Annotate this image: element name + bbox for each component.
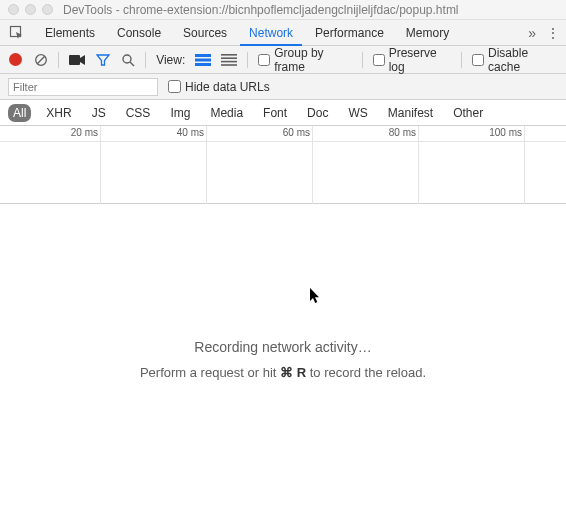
more-tabs-icon[interactable]: » [528,25,536,41]
search-icon[interactable] [120,52,135,68]
separator [247,52,248,68]
filter-type-ws[interactable]: WS [343,104,372,122]
camera-icon[interactable] [69,52,85,68]
tick-label: 60 ms [283,127,310,138]
kebab-menu-icon[interactable]: ⋮ [546,25,560,41]
svg-rect-9 [221,54,237,56]
group-by-frame-checkbox[interactable]: Group by frame [258,46,352,74]
inspect-icon[interactable] [0,20,34,45]
filter-type-xhr[interactable]: XHR [41,104,76,122]
traffic-close[interactable] [8,4,19,15]
traffic-zoom[interactable] [42,4,53,15]
svg-line-2 [37,56,44,63]
svg-rect-10 [221,57,237,59]
hint-prefix: Perform a request or hit [140,365,280,380]
separator [58,52,59,68]
timeline[interactable]: 20 ms 40 ms 60 ms 80 ms 100 ms [0,126,566,204]
disable-cache-label: Disable cache [488,46,558,74]
traffic-minimize[interactable] [25,4,36,15]
disable-cache-checkbox[interactable]: Disable cache [472,46,558,74]
tab-sources[interactable]: Sources [172,20,238,45]
tab-performance[interactable]: Performance [304,20,395,45]
svg-rect-11 [221,60,237,62]
recording-text: Recording network activity… [194,339,371,355]
view-large-icon[interactable] [195,52,211,68]
filter-type-img[interactable]: Img [165,104,195,122]
type-filter-bar: All XHR JS CSS Img Media Font Doc WS Man… [0,100,566,126]
tick-label: 100 ms [489,127,522,138]
clear-icon[interactable] [33,52,48,68]
tab-network[interactable]: Network [238,20,304,45]
svg-rect-8 [195,63,211,66]
tab-elements[interactable]: Elements [34,20,106,45]
tab-memory[interactable]: Memory [395,20,460,45]
filter-type-css[interactable]: CSS [121,104,156,122]
network-content: Recording network activity… Perform a re… [0,204,566,514]
hint-suffix: to record the reload. [306,365,426,380]
view-label: View: [156,53,185,67]
record-button[interactable] [8,52,23,68]
separator [362,52,363,68]
hide-data-urls-label: Hide data URLs [185,80,270,94]
filter-type-font[interactable]: Font [258,104,292,122]
filter-type-doc[interactable]: Doc [302,104,333,122]
filter-type-js[interactable]: JS [87,104,111,122]
window-titlebar: DevTools - chrome-extension://bicnhpofle… [0,0,566,20]
tick-label: 80 ms [389,127,416,138]
group-by-frame-label: Group by frame [274,46,352,74]
svg-rect-7 [195,58,211,61]
svg-point-4 [123,55,131,63]
filter-icon[interactable] [95,52,110,68]
preserve-log-checkbox[interactable]: Preserve log [373,46,451,74]
hint-text: Perform a request or hit ⌘ R to record t… [140,365,426,380]
filter-type-all[interactable]: All [8,104,31,122]
svg-rect-6 [195,54,211,57]
preserve-log-label: Preserve log [389,46,451,74]
devtools-tabbar: Elements Console Sources Network Perform… [0,20,566,46]
hint-key: ⌘ R [280,365,306,380]
filter-type-media[interactable]: Media [205,104,248,122]
separator [145,52,146,68]
view-small-icon[interactable] [221,52,237,68]
svg-rect-3 [69,55,80,65]
svg-line-5 [130,62,134,66]
separator [461,52,462,68]
hide-data-urls-checkbox[interactable]: Hide data URLs [168,80,270,94]
filter-type-other[interactable]: Other [448,104,488,122]
tick-label: 40 ms [177,127,204,138]
tick-label: 20 ms [71,127,98,138]
svg-rect-12 [221,64,237,66]
window-title: DevTools - chrome-extension://bicnhpofle… [63,3,459,17]
filter-input[interactable] [8,78,158,96]
network-toolbar: View: Group by frame Preserve log Disabl… [0,46,566,74]
filter-type-manifest[interactable]: Manifest [383,104,438,122]
filter-bar: Hide data URLs [0,74,566,100]
cursor-icon [310,288,322,304]
tab-console[interactable]: Console [106,20,172,45]
tabs: Elements Console Sources Network Perform… [34,20,460,45]
